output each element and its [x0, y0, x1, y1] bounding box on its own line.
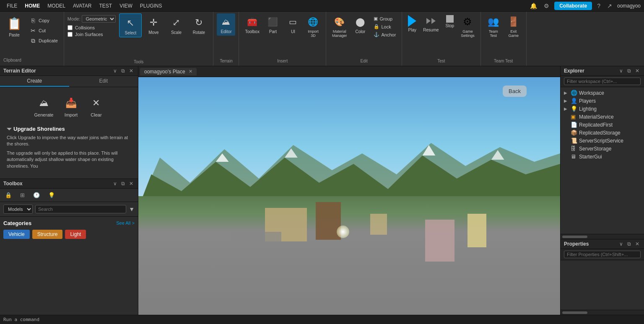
players-icon: 👤: [571, 98, 577, 104]
clear-button[interactable]: ✕ Clear: [87, 94, 105, 119]
game-settings-button[interactable]: ⚙ GameSettings: [458, 13, 477, 39]
category-tag-structure[interactable]: Structure: [32, 230, 63, 239]
see-all-link[interactable]: See All >: [116, 220, 135, 226]
generate-button[interactable]: ⛰ Generate: [33, 94, 55, 119]
scale-button[interactable]: ⤢ Scale: [165, 13, 187, 37]
select-icon: ↖: [123, 16, 138, 31]
team-test-button[interactable]: 👥 TeamTest: [484, 13, 503, 39]
terrain-tab-create[interactable]: Create: [0, 76, 69, 87]
duplicate-button[interactable]: ⧉ Duplicate: [27, 36, 60, 45]
viewport-tab-close[interactable]: ✕: [189, 69, 192, 74]
scene-object-red-wall: [425, 220, 454, 262]
explorer-filter-input[interactable]: [564, 78, 641, 85]
tree-item-materialservice[interactable]: ▣ MaterialService: [561, 113, 644, 121]
group-button[interactable]: ▣ Group: [371, 15, 398, 22]
toolbox-tab-inventory[interactable]: 🔒: [2, 190, 15, 200]
toolbox-tab-marketplace[interactable]: ⊞: [17, 190, 28, 200]
category-tag-light[interactable]: Light: [65, 230, 86, 239]
share-icon[interactable]: ↗: [605, 2, 614, 10]
exit-game-button[interactable]: 🚪 ExitGame: [504, 13, 523, 39]
part-button[interactable]: ⬛ Part: [264, 13, 282, 36]
terrain-section: ⛰ Editor Terrain: [213, 12, 239, 66]
collaborate-button[interactable]: Collaborate: [554, 2, 592, 10]
editor-label: Editor: [221, 29, 231, 34]
properties-filter-input[interactable]: [564, 251, 641, 258]
tree-item-players[interactable]: ▶ 👤 Players: [561, 97, 644, 105]
team-test-section: 👥 TeamTest 🚪 ExitGame Team Test: [481, 12, 527, 66]
menu-model[interactable]: MODEL: [44, 2, 69, 10]
properties-close[interactable]: ✕: [634, 241, 641, 247]
models-select[interactable]: Models: [3, 205, 33, 214]
toolbox-detach[interactable]: ⧉: [120, 181, 126, 187]
menu-view[interactable]: VIEW: [116, 2, 136, 10]
menu-home[interactable]: HOME: [21, 2, 43, 10]
toolbox-minimize[interactable]: ∨: [112, 181, 118, 187]
join-surfaces-checkbox[interactable]: [68, 32, 73, 37]
collisions-checkbox[interactable]: [68, 25, 73, 30]
material-manager-button[interactable]: 🎨 MaterialManager: [330, 13, 350, 39]
anchor-label: Anchor: [381, 32, 396, 37]
play-button[interactable]: Play: [405, 13, 419, 34]
resume-button[interactable]: Resume: [421, 13, 441, 34]
terrain-editor-close[interactable]: ✕: [128, 68, 135, 74]
select-button[interactable]: ↖ Select: [119, 13, 142, 37]
toolbox-categories: Categories See All > Vehicle Structure L…: [0, 217, 138, 242]
move-button[interactable]: ✛ Move: [143, 13, 164, 37]
explorer-minimize[interactable]: ∨: [618, 68, 624, 74]
team-test-icon: 👥: [487, 15, 500, 29]
properties-scroll-thumb[interactable]: [562, 311, 587, 314]
category-tag-vehicle[interactable]: Vehicle: [3, 230, 30, 239]
copy-button[interactable]: ⎘ Copy: [27, 16, 60, 25]
viewport-tab[interactable]: oomagyoo's Place ✕: [140, 68, 197, 75]
ui-button[interactable]: ▭ UI: [284, 13, 302, 36]
cut-button[interactable]: ✂ Cut: [27, 26, 60, 35]
duplicate-icon: ⧉: [29, 37, 37, 44]
explorer-close[interactable]: ✕: [634, 68, 641, 74]
menu-test[interactable]: TEST: [96, 2, 115, 10]
menu-plugins[interactable]: PLUGINS: [137, 2, 166, 10]
mode-dropdown[interactable]: Geometric: [82, 15, 116, 23]
anchor-button[interactable]: ⚓ Anchor: [371, 31, 398, 38]
tree-item-serverscriptservice[interactable]: 📜 ServerScriptService: [561, 137, 644, 145]
toolbox-tab-favorites[interactable]: 💡: [45, 190, 58, 200]
tree-item-workspace[interactable]: ▶ 🌐 Workspace: [561, 89, 644, 97]
menu-file[interactable]: FILE: [3, 2, 21, 10]
editor-button[interactable]: ⛰ Editor: [217, 13, 235, 36]
import-button[interactable]: 📥 Import: [62, 94, 80, 119]
tree-item-startergui[interactable]: 🖥 StarterGui: [561, 153, 644, 161]
filter-button[interactable]: ▼: [129, 206, 135, 213]
explorer-detach[interactable]: ⧉: [626, 68, 632, 74]
paste-button[interactable]: 📋 Paste: [3, 14, 25, 38]
menu-avatar[interactable]: AVATAR: [70, 2, 95, 10]
right-panel: Explorer ∨ ⧉ ✕ ▶ 🌐 Workspace ▶ 👤: [560, 66, 644, 315]
notifications-icon[interactable]: 🔔: [528, 2, 539, 10]
toolbox-button[interactable]: 🧰 Toolbox: [242, 13, 262, 36]
toolbox-tab-recent[interactable]: 🕐: [30, 190, 43, 200]
properties-minimize[interactable]: ∨: [618, 241, 624, 247]
tree-item-replicatedfirst[interactable]: 📄 ReplicatedFirst: [561, 121, 644, 129]
search-input[interactable]: [35, 205, 126, 213]
viewport-canvas[interactable]: Back: [138, 77, 560, 315]
import3d-button[interactable]: 🌐 Import3D: [304, 13, 322, 39]
tree-item-lighting[interactable]: ▶ 💡 Lighting: [561, 105, 644, 113]
tree-item-serverstorage[interactable]: 🗄 ServerStorage: [561, 145, 644, 153]
explorer-scroll-thumb[interactable]: [562, 236, 587, 238]
settings-icon[interactable]: ⚙: [542, 2, 551, 10]
help-icon[interactable]: ?: [595, 2, 602, 10]
terrain-tab-edit[interactable]: Edit: [69, 76, 138, 87]
terrain-editor-detach[interactable]: ⧉: [120, 68, 126, 74]
part-label: Part: [269, 29, 277, 34]
terrain-editor-minimize[interactable]: ∨: [112, 68, 118, 74]
stop-button[interactable]: Stop: [443, 13, 457, 30]
color-label: Color: [355, 29, 365, 34]
properties-detach[interactable]: ⧉: [626, 241, 632, 247]
workspace-arrow-icon: ▶: [564, 91, 569, 95]
viewport[interactable]: oomagyoo's Place ✕: [138, 66, 560, 315]
rotate-button[interactable]: ↻ Rotate: [188, 13, 210, 37]
upgrade-title: Upgrade Shorelines: [7, 126, 131, 132]
back-button[interactable]: Back: [503, 86, 527, 97]
tree-item-replicatedstorage[interactable]: 📦 ReplicatedStorage: [561, 129, 644, 137]
color-button[interactable]: ⬤ Color: [351, 13, 369, 36]
lock-button[interactable]: 🔒 Lock: [371, 23, 398, 30]
toolbox-close[interactable]: ✕: [128, 181, 135, 187]
